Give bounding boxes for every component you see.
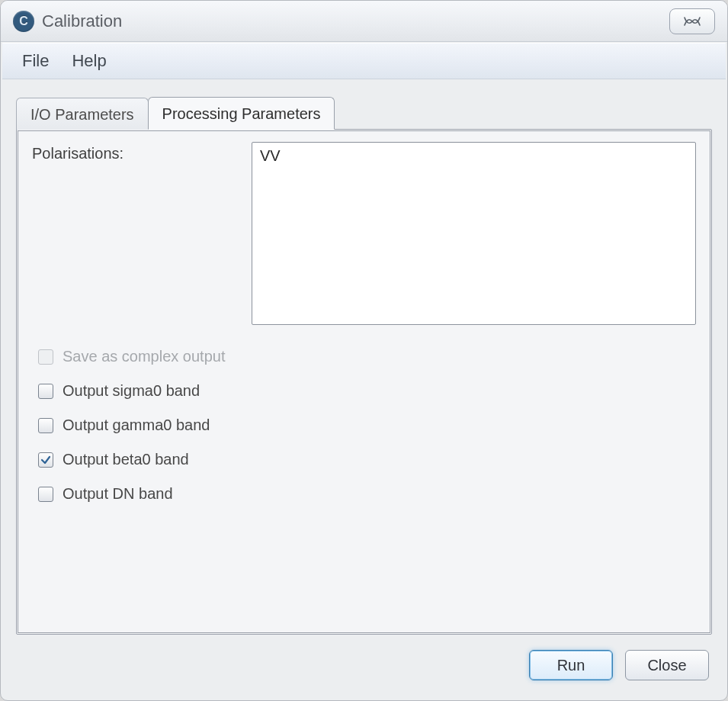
menu-bar: File Help [2,43,726,79]
checkbox-group: Save as complex output Output sigma0 ban… [32,348,696,503]
polarisations-label: Polarisations: [32,142,230,162]
checkbox-box [38,418,53,433]
checkbox-label: Output beta0 band [63,451,189,468]
processing-parameters-panel: Polarisations: VV Save as complex output [16,129,712,635]
list-item[interactable]: VV [258,146,689,166]
close-button[interactable]: Close [625,650,709,680]
app-icon: C [13,11,34,32]
checkbox-output-dn[interactable]: Output DN band [38,485,696,503]
checkbox-box [38,452,53,468]
run-button[interactable]: Run [529,650,613,680]
checkbox-box [38,384,53,399]
menu-help[interactable]: Help [67,48,111,74]
tab-processing-parameters[interactable]: Processing Parameters [148,97,335,130]
check-icon [40,455,51,465]
checkbox-label: Output sigma0 band [63,382,200,400]
close-window-button[interactable] [669,8,715,34]
close-icon [681,14,703,28]
polarisations-listbox[interactable]: VV [252,142,696,325]
calibration-dialog: C Calibration File Help I/O Parameters P… [0,0,728,701]
title-bar: C Calibration [1,1,727,42]
menu-file[interactable]: File [18,48,53,74]
checkbox-label: Output gamma0 band [63,416,210,434]
tab-io-parameters[interactable]: I/O Parameters [16,98,149,130]
checkbox-box [38,349,53,365]
tab-row: I/O Parameters Processing Parameters [16,96,712,129]
checkbox-output-gamma0[interactable]: Output gamma0 band [38,416,696,434]
checkbox-output-beta0[interactable]: Output beta0 band [38,451,696,468]
checkbox-output-sigma0[interactable]: Output sigma0 band [38,382,696,400]
checkbox-box [38,487,53,502]
checkbox-label: Output DN band [63,485,173,503]
window-title: Calibration [42,11,122,31]
checkbox-label: Save as complex output [63,348,225,365]
content-area: I/O Parameters Processing Parameters Pol… [1,79,727,635]
checkbox-save-complex: Save as complex output [38,348,696,365]
button-bar: Run Close [1,635,727,700]
